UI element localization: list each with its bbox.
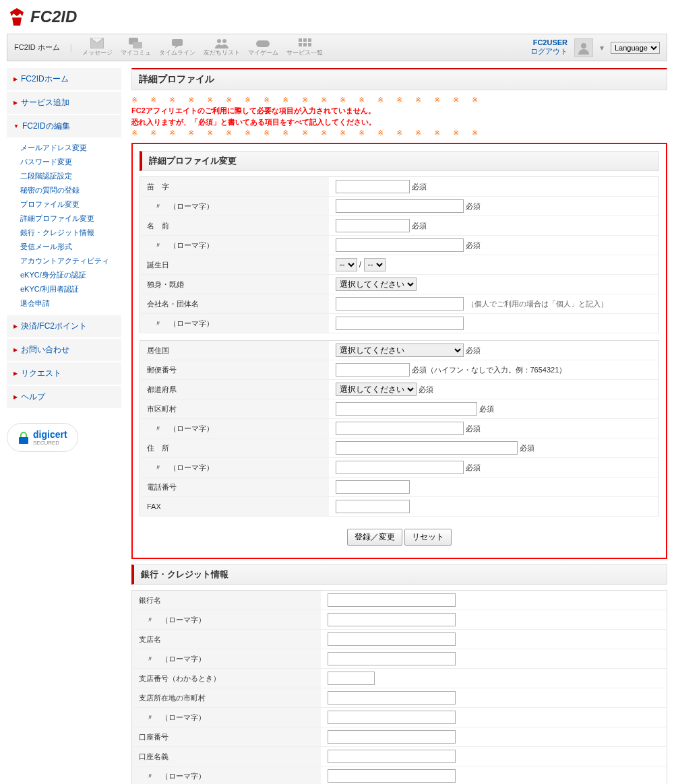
- input-branch-city[interactable]: [328, 691, 456, 705]
- svg-point-3: [217, 39, 221, 43]
- input-lastname-roman[interactable]: [336, 199, 464, 213]
- section2-title: 銀行・クレジット情報: [131, 564, 667, 585]
- main-content: 詳細プロファイル ※ ※ ※ ※ ※ ※ ※ ※ ※ ※ ※ ※ ※ ※ ※ ※…: [131, 68, 667, 784]
- input-firstname[interactable]: [336, 219, 410, 232]
- label-branch-city: 支店所在地の市町村: [132, 688, 321, 708]
- avatar[interactable]: [574, 38, 593, 57]
- speech-icon: [171, 38, 184, 48]
- warning-line1: FC2アフィリエイトのご利用に際して必要な項目が入力されていません。: [131, 106, 667, 116]
- nav-services[interactable]: サービス一覧: [286, 38, 323, 57]
- dropdown-arrow-icon[interactable]: ▾: [600, 43, 604, 53]
- page-title: 詳細プロファイル: [131, 68, 667, 90]
- sub-password[interactable]: パスワード変更: [20, 155, 121, 169]
- envelope-icon: [90, 38, 104, 48]
- svg-rect-13: [19, 437, 28, 444]
- grid-icon: [298, 38, 311, 48]
- warning-line2: 恐れ入りますが、「必須」と書いてある項目をすべて記入してください。: [131, 117, 667, 127]
- label-branch-no: 支店番号（わかるとき）: [132, 669, 321, 688]
- user-name: FC2USER: [533, 38, 568, 46]
- sub-mail-format[interactable]: 受信メール形式: [20, 240, 121, 254]
- sub-bank[interactable]: 銀行・クレジット情報: [20, 226, 121, 240]
- sidebar-submenu: メールアドレス変更 パスワード変更 二段階認証設定 秘密の質問の登録 プロファイ…: [7, 137, 121, 314]
- nav-friends[interactable]: 友だちリスト: [204, 38, 240, 57]
- input-account-name-roman[interactable]: [328, 769, 456, 783]
- input-company[interactable]: [336, 297, 464, 311]
- language-select[interactable]: Language: [611, 42, 660, 54]
- input-lastname[interactable]: [336, 180, 410, 193]
- label-account-name: 口座名義: [132, 747, 321, 766]
- input-bank-name[interactable]: [328, 593, 456, 607]
- label-firstname-roman: 〃 （ローマ字）: [140, 236, 329, 255]
- label-city-roman: 〃 （ローマ字）: [140, 419, 329, 438]
- label-marital: 独身・既婚: [140, 275, 329, 294]
- svg-point-12: [581, 43, 586, 48]
- sidebar-edit-fc2id[interactable]: FC2IDの編集: [7, 115, 121, 137]
- sub-detail-profile[interactable]: 詳細プロファイル変更: [20, 211, 121, 226]
- input-account-no[interactable]: [328, 730, 456, 744]
- nav-community[interactable]: マイコミュ: [121, 38, 151, 57]
- logo-text: FC2ID: [30, 7, 77, 26]
- select-marital[interactable]: 選択してください: [336, 277, 417, 291]
- nav-timeline[interactable]: タイムライン: [159, 38, 195, 57]
- sub-secret[interactable]: 秘密の質問の登録: [20, 183, 121, 197]
- sub-ekyc-id[interactable]: eKYC/身分証の認証: [20, 268, 121, 282]
- select-birth-month[interactable]: --: [336, 258, 357, 271]
- input-address-roman[interactable]: [336, 461, 464, 474]
- label-bank-name-roman: 〃 （ローマ字）: [132, 610, 321, 630]
- input-branch-no[interactable]: [328, 672, 375, 685]
- sidebar-contact[interactable]: お問い合わせ: [7, 339, 121, 361]
- section1-title: 詳細プロファイル変更: [140, 151, 659, 171]
- sub-email[interactable]: メールアドレス変更: [20, 141, 121, 155]
- label-company-roman: 〃 （ローマ字）: [140, 314, 329, 333]
- input-fax[interactable]: [336, 500, 410, 513]
- svg-rect-10: [303, 43, 307, 46]
- sidebar-request[interactable]: リクエスト: [7, 362, 121, 385]
- input-address[interactable]: [336, 441, 518, 455]
- user-info: FC2USER ログアウト: [530, 38, 568, 57]
- person-icon: [577, 41, 590, 55]
- select-country[interactable]: 選択してください: [336, 344, 464, 357]
- input-bank-name-roman[interactable]: [328, 613, 456, 626]
- select-birth-day[interactable]: --: [364, 258, 386, 271]
- top-nav: FC2ID ホーム | メッセージ マイコミュ タイムライン 友だちリスト マイ…: [7, 34, 667, 61]
- sub-2fa[interactable]: 二段階認証設定: [20, 169, 121, 183]
- submit-profile-button[interactable]: 登録／変更: [347, 529, 402, 546]
- sidebar-home[interactable]: FC2IDホーム: [7, 68, 121, 90]
- label-branch: 支店名: [132, 630, 321, 649]
- input-branch-city-roman[interactable]: [328, 711, 456, 724]
- reset-profile-button[interactable]: リセット: [404, 529, 452, 546]
- sub-profile[interactable]: プロファイル変更: [20, 197, 121, 211]
- sidebar-help[interactable]: ヘルプ: [7, 386, 121, 408]
- label-phone: 電話番号: [140, 478, 329, 497]
- sub-activity[interactable]: アカウントアクティビティ: [20, 254, 121, 268]
- label-fax: FAX: [140, 497, 329, 517]
- home-link[interactable]: FC2ID ホーム: [14, 42, 60, 53]
- sub-withdraw[interactable]: 退会申請: [20, 296, 121, 311]
- label-lastname-roman: 〃 （ローマ字）: [140, 197, 329, 216]
- input-postal[interactable]: [336, 363, 410, 377]
- digicert-seal[interactable]: digicert SECURED: [7, 423, 78, 452]
- logout-link[interactable]: ログアウト: [530, 47, 568, 55]
- input-branch-roman[interactable]: [328, 652, 456, 665]
- warning-stars-top: ※ ※ ※ ※ ※ ※ ※ ※ ※ ※ ※ ※ ※ ※ ※ ※ ※ ※ ※: [131, 96, 667, 104]
- input-account-name[interactable]: [328, 750, 456, 763]
- warning-stars-bottom: ※ ※ ※ ※ ※ ※ ※ ※ ※ ※ ※ ※ ※ ※ ※ ※ ※ ※ ※: [131, 129, 667, 137]
- logo-bar: FC2ID: [7, 0, 667, 34]
- svg-rect-1: [133, 42, 142, 48]
- input-branch[interactable]: [328, 632, 456, 646]
- label-prefecture: 都道府県: [140, 380, 329, 399]
- input-phone[interactable]: [336, 480, 410, 494]
- sidebar: FC2IDホーム サービス追加 FC2IDの編集 メールアドレス変更 パスワード…: [7, 68, 121, 784]
- input-city[interactable]: [336, 402, 477, 416]
- input-city-roman[interactable]: [336, 422, 464, 435]
- input-company-roman[interactable]: [336, 317, 464, 330]
- nav-messages[interactable]: メッセージ: [82, 38, 113, 57]
- nav-games[interactable]: マイゲーム: [248, 38, 278, 57]
- sub-ekyc-user[interactable]: eKYC/利用者認証: [20, 282, 121, 296]
- sidebar-add-service[interactable]: サービス追加: [7, 92, 121, 114]
- label-postal: 郵便番号: [140, 360, 329, 380]
- input-firstname-roman[interactable]: [336, 238, 464, 252]
- svg-rect-6: [299, 38, 302, 42]
- select-prefecture[interactable]: 選択してください: [336, 383, 417, 396]
- sidebar-payment[interactable]: 決済/FC2ポイント: [7, 315, 121, 337]
